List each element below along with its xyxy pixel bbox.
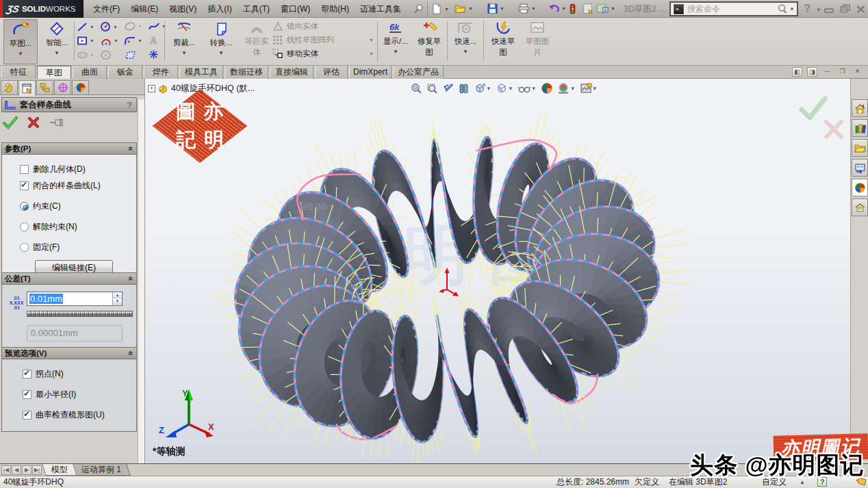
resources-tab[interactable]: [852, 99, 868, 117]
dropdown-icon[interactable]: ▼: [531, 6, 536, 11]
dropdown-icon[interactable]: ▼: [90, 38, 94, 43]
preview-tolerance-input[interactable]: 0.00001mm: [27, 325, 123, 342]
rebuild-button[interactable]: [570, 3, 576, 14]
command-tab-10[interactable]: 办公室产品: [393, 66, 444, 79]
command-tab-9[interactable]: DimXpert: [349, 66, 392, 79]
minimum-radius-option[interactable]: 最小半径(I): [23, 389, 136, 400]
display-manager-tab[interactable]: [72, 80, 89, 95]
dropdown-icon[interactable]: ▼: [114, 38, 118, 43]
section-view-icon[interactable]: [458, 83, 470, 94]
dropdown-icon[interactable]: ▼: [369, 38, 374, 42]
zoom-fit-icon[interactable]: [411, 83, 422, 94]
design-library-tab[interactable]: [852, 119, 868, 137]
search-scope-icon[interactable]: >_: [674, 4, 684, 14]
panel-scrollbar[interactable]: [138, 99, 144, 463]
file-properties-button[interactable]: [583, 3, 593, 14]
inflection-points-option[interactable]: 拐点(N): [23, 368, 136, 380]
cancel-button[interactable]: [27, 116, 40, 129]
tolerance-input[interactable]: 0.01mm ▲ ▼: [27, 292, 123, 306]
display-style-button[interactable]: ▼: [496, 83, 513, 94]
custom-properties-tab[interactable]: [852, 198, 868, 216]
hide-show-items-button[interactable]: ▼: [518, 84, 537, 94]
polygon-tool-button[interactable]: [100, 50, 112, 60]
doc-minimize-button[interactable]: —: [822, 67, 832, 77]
trim-button[interactable]: 剪裁... ▼: [168, 19, 200, 64]
fixed-option[interactable]: 固定(F): [20, 242, 136, 253]
menu-item-0[interactable]: 文件(F): [88, 0, 125, 18]
dropdown-icon[interactable]: ▼: [531, 86, 537, 92]
collapse-icon[interactable]: «: [127, 351, 136, 356]
smart-dimension-button[interactable]: 智能... ▼: [42, 19, 72, 64]
tolerance-slider[interactable]: [27, 311, 133, 317]
flyout-feature-tree[interactable]: + 40螺旋手环DHQ (默...: [148, 83, 255, 94]
menu-item-1[interactable]: 编辑(E): [125, 0, 164, 18]
command-tab-4[interactable]: 焊件: [144, 66, 178, 79]
spinner-down-icon[interactable]: ▼: [113, 298, 122, 305]
model-tab[interactable]: 模型: [42, 464, 77, 476]
property-manager-tab[interactable]: [18, 80, 36, 96]
dropdown-icon[interactable]: ▼: [570, 86, 576, 92]
help-dropdown-icon[interactable]: ▼: [816, 7, 821, 13]
command-tab-1[interactable]: 草图: [37, 66, 71, 79]
fixed-radio[interactable]: [20, 243, 29, 252]
rapid-sketch-button[interactable]: 快速草 图: [487, 19, 519, 64]
dropdown-icon[interactable]: ▼: [592, 86, 598, 92]
menu-item-7[interactable]: 迈迪工具集: [355, 0, 407, 18]
search-icon[interactable]: [777, 3, 788, 14]
circle-tool-button[interactable]: ▼: [100, 21, 118, 32]
graphics-viewport[interactable]: 亦明图记 圖 亦 記 明 + 40螺旋手环DHQ (默...: [144, 79, 850, 463]
doc-restore-button[interactable]: ❐: [837, 67, 847, 77]
closed-spline-checkbox[interactable]: [20, 181, 29, 190]
command-tab-2[interactable]: 曲面: [73, 66, 107, 79]
tab-next-icon[interactable]: ▶: [22, 465, 31, 475]
tolerance-spinner[interactable]: ▲ ▼: [112, 292, 122, 305]
dropdown-icon[interactable]: ▼: [90, 25, 94, 29]
print-button[interactable]: ▼: [518, 3, 536, 14]
trim-dropdown-icon[interactable]: ▼: [168, 50, 200, 56]
linear-pattern-button[interactable]: 线性草图阵列 ▼: [272, 35, 374, 45]
view-settings-button[interactable]: ▼: [580, 83, 598, 94]
previous-view-icon[interactable]: [442, 83, 454, 94]
menu-item-5[interactable]: 窗口(W): [275, 0, 316, 18]
view-orientation-button[interactable]: ▼: [474, 83, 492, 94]
collapse-icon[interactable]: «: [127, 146, 136, 151]
command-tab-5[interactable]: 模具工具: [179, 66, 223, 79]
display-relations-button[interactable]: 6k 显示/... ▼: [381, 19, 411, 64]
point-tool-button[interactable]: [149, 49, 159, 60]
configuration-manager-tab[interactable]: [36, 80, 53, 95]
quick-snaps-dropdown-icon[interactable]: ▼: [450, 49, 481, 55]
tab-prev-icon[interactable]: ◀: [12, 465, 21, 475]
command-tab-0[interactable]: 特征: [1, 66, 36, 79]
new-document-button[interactable]: ▼: [431, 3, 449, 14]
save-button[interactable]: ▼: [487, 3, 505, 14]
rectangle-tool-button[interactable]: ▼: [77, 36, 94, 46]
help-icon[interactable]: ?: [804, 0, 810, 18]
sketch-picture-button[interactable]: 草图图 片: [522, 19, 553, 64]
panel-help-icon[interactable]: ?: [127, 100, 132, 110]
unconstrained-option[interactable]: 解除约束(N): [20, 221, 136, 233]
smart-dimension-dropdown-icon[interactable]: ▼: [42, 50, 72, 56]
pane-left-icon[interactable]: ◧: [792, 67, 802, 77]
dimxpert-manager-tab[interactable]: [54, 80, 71, 95]
offset-entities-button[interactable]: 等距实 体: [241, 19, 272, 64]
command-tab-6[interactable]: 数据迁移: [225, 66, 268, 79]
doc-close-button[interactable]: ✕: [852, 67, 863, 77]
zoom-area-icon[interactable]: [426, 83, 438, 94]
collapse-icon[interactable]: «: [127, 277, 136, 281]
ellipse-tool-button[interactable]: ▼: [124, 21, 142, 31]
closed-spline-option[interactable]: 闭合的样条曲线(L): [20, 180, 136, 192]
dropdown-icon[interactable]: ▼: [486, 86, 492, 92]
pane-right-icon[interactable]: ◨: [807, 67, 817, 77]
menu-item-2[interactable]: 视图(V): [164, 0, 202, 18]
minimize-button[interactable]: [824, 5, 834, 13]
edit-appearance-icon[interactable]: [541, 82, 553, 94]
constrained-option[interactable]: 约束(C): [20, 201, 136, 212]
undo-button[interactable]: ▼: [548, 3, 566, 14]
slot-tool-button[interactable]: ▼: [77, 50, 94, 60]
command-tab-7[interactable]: 直接编辑: [270, 66, 314, 79]
menu-item-4[interactable]: 工具(T): [238, 0, 275, 18]
quick-snaps-button[interactable]: 快速... ▼: [450, 19, 481, 64]
constrained-radio[interactable]: [20, 202, 29, 211]
pin-menu-icon[interactable]: [413, 3, 424, 14]
options-button[interactable]: ▼: [597, 3, 615, 14]
